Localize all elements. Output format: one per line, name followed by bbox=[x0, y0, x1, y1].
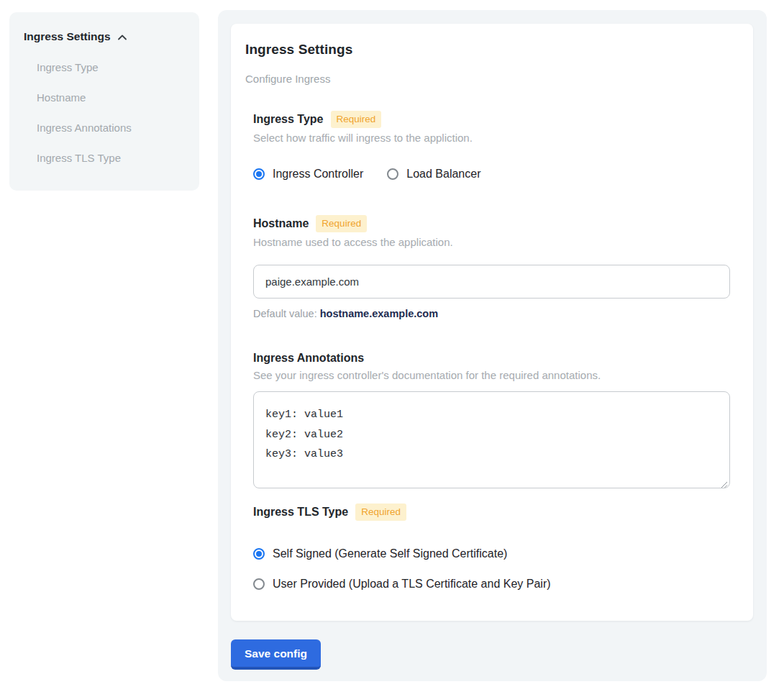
radio-ingress-controller-label: Ingress Controller bbox=[273, 167, 363, 181]
hostname-default-line: Default value: hostname.example.com bbox=[253, 308, 739, 319]
radio-user-provided[interactable]: User Provided (Upload a TLS Certificate … bbox=[253, 577, 739, 591]
radio-self-signed-label: Self Signed (Generate Self Signed Certif… bbox=[273, 547, 507, 561]
section-hostname: Hostname Required Hostname used to acces… bbox=[253, 215, 739, 319]
chevron-up-icon bbox=[117, 32, 128, 43]
section-ingress-tls-type: Ingress TLS Type Required Self Signed (G… bbox=[253, 504, 739, 591]
ingress-type-radio-group: Ingress Controller Load Balancer bbox=[253, 167, 739, 181]
sidebar-section-ingress-settings[interactable]: Ingress Settings bbox=[24, 30, 185, 43]
required-badge: Required bbox=[355, 504, 406, 521]
sidebar-item-ingress-tls-type[interactable]: Ingress TLS Type bbox=[24, 152, 185, 164]
hostname-input[interactable] bbox=[253, 265, 730, 299]
radio-user-provided-label: User Provided (Upload a TLS Certificate … bbox=[273, 577, 551, 591]
sidebar-item-ingress-type[interactable]: Ingress Type bbox=[24, 61, 185, 73]
textarea-resize-handle-icon[interactable] bbox=[720, 478, 728, 486]
page-subtitle: Configure Ingress bbox=[245, 73, 739, 85]
radio-load-balancer-label: Load Balancer bbox=[406, 167, 480, 181]
sidebar-item-hostname[interactable]: Hostname bbox=[24, 91, 185, 104]
default-value-text: hostname.example.com bbox=[320, 308, 438, 319]
save-config-button[interactable]: Save config bbox=[231, 639, 321, 670]
ingress-annotations-textarea[interactable]: key1: value1 key2: value2 key3: value3 bbox=[253, 391, 730, 488]
ingress-annotations-description: See your ingress controller's documentat… bbox=[253, 368, 739, 382]
required-badge: Required bbox=[331, 111, 382, 128]
radio-ingress-controller[interactable]: Ingress Controller bbox=[253, 167, 363, 181]
hostname-description: Hostname used to access the application. bbox=[253, 235, 739, 249]
ingress-annotations-label: Ingress Annotations bbox=[253, 351, 364, 365]
settings-sidebar: Ingress Settings Ingress Type Hostname I… bbox=[9, 12, 199, 191]
sidebar-section-label: Ingress Settings bbox=[24, 30, 111, 43]
radio-load-balancer[interactable]: Load Balancer bbox=[387, 167, 480, 181]
section-ingress-annotations: Ingress Annotations See your ingress con… bbox=[253, 351, 739, 488]
radio-unselected-icon[interactable] bbox=[387, 168, 398, 180]
section-ingress-type: Ingress Type Required Select how traffic… bbox=[253, 111, 739, 181]
ingress-tls-type-label: Ingress TLS Type bbox=[253, 505, 348, 519]
sidebar-nav-list: Ingress Type Hostname Ingress Annotation… bbox=[24, 61, 185, 164]
hostname-label: Hostname bbox=[253, 217, 309, 231]
page-title: Ingress Settings bbox=[245, 42, 739, 58]
ingress-settings-card: Ingress Settings Configure Ingress Ingre… bbox=[231, 24, 753, 621]
radio-selected-icon[interactable] bbox=[253, 168, 265, 180]
sidebar-item-ingress-annotations[interactable]: Ingress Annotations bbox=[24, 122, 185, 134]
radio-self-signed[interactable]: Self Signed (Generate Self Signed Certif… bbox=[253, 547, 739, 561]
ingress-settings-panel: Ingress Settings Configure Ingress Ingre… bbox=[218, 10, 767, 681]
ingress-type-label: Ingress Type bbox=[253, 112, 324, 127]
radio-unselected-icon[interactable] bbox=[253, 578, 265, 590]
radio-selected-icon[interactable] bbox=[253, 548, 265, 560]
ingress-type-description: Select how traffic will ingress to the a… bbox=[253, 131, 739, 145]
default-value-label: Default value: bbox=[253, 308, 320, 319]
required-badge: Required bbox=[316, 215, 367, 232]
